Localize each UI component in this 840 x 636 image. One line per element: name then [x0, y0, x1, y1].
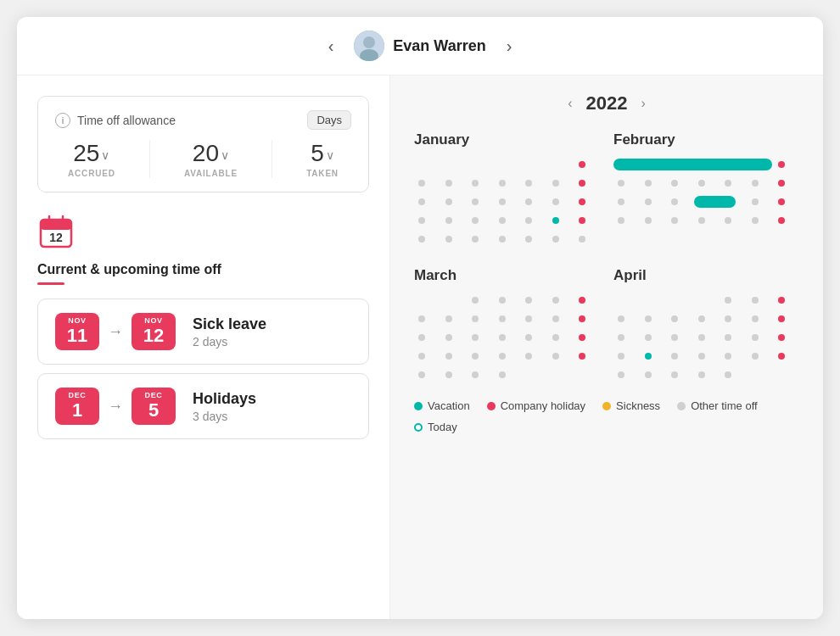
dot-cell — [748, 293, 763, 308]
dot-cell — [441, 367, 456, 382]
accrued-value: 25 ∨ — [68, 140, 115, 167]
dot-cell — [548, 293, 563, 308]
dot-cell — [495, 157, 510, 172]
next-user-button[interactable]: › — [500, 33, 519, 59]
dot-cell — [468, 213, 483, 228]
dot-cell — [495, 232, 510, 247]
dot-cell — [574, 330, 590, 345]
legend: Vacation Company holiday Sickness Other … — [414, 399, 799, 433]
dot-cell — [641, 213, 656, 228]
dot-cell — [667, 293, 682, 308]
right-panel: ‹ 2022 › JanuaryFebruaryMarchApril Vacat… — [390, 75, 823, 619]
timeoff-entries-list: NOV 11 → NOV 12 Sick leave 2 days DEC 1 … — [37, 298, 369, 439]
dot-cell — [667, 367, 682, 382]
dot-cell — [495, 293, 510, 308]
section-divider — [37, 282, 64, 285]
dot-cell — [613, 311, 629, 326]
dot-cell — [414, 293, 429, 308]
app-container: ‹ Evan Warren › i Time off allowance — [17, 17, 823, 619]
legend-item-2: Sickness — [602, 399, 660, 412]
month-block-0: January — [414, 131, 600, 247]
legend-label-0: Vacation — [428, 399, 470, 412]
dot-cell — [613, 213, 629, 228]
dot-grid-3 — [613, 293, 799, 382]
timeoff-info-1: Holidays 3 days — [193, 390, 256, 423]
from-day-1: 1 — [72, 401, 82, 420]
legend-dot-4 — [414, 423, 423, 432]
info-icon[interactable]: i — [55, 113, 70, 128]
dot-cell — [441, 293, 456, 308]
dot-cell — [667, 194, 682, 209]
dot-cell — [641, 176, 656, 191]
taken-value: 5 ∨ — [306, 140, 339, 167]
dot-cell — [521, 330, 536, 345]
dot-cell — [694, 311, 709, 326]
date-range-1: DEC 1 → DEC 5 — [55, 388, 176, 425]
dot-cell — [548, 176, 563, 191]
dot-cell — [613, 367, 629, 382]
dot-cell — [521, 349, 536, 364]
legend-item-1: Company holiday — [487, 399, 585, 412]
dot-cell — [720, 311, 736, 326]
date-range-0: NOV 11 → NOV 12 — [55, 313, 176, 350]
dot-cell — [613, 176, 629, 191]
dot-cell — [748, 349, 763, 364]
timeoff-entry-0: NOV 11 → NOV 12 Sick leave 2 days — [37, 298, 369, 365]
dot-cell — [641, 232, 656, 247]
next-year-button[interactable]: › — [641, 96, 645, 111]
dot-cell — [414, 157, 429, 172]
legend-dot-3 — [677, 402, 686, 410]
dot-cell — [748, 213, 763, 228]
date-arrow-0: → — [108, 323, 123, 341]
dot-cell — [495, 213, 510, 228]
dot-cell — [748, 330, 763, 345]
svg-rect-4 — [41, 220, 71, 230]
allowance-header: i Time off allowance Days — [55, 110, 351, 130]
year-label: 2022 — [586, 92, 628, 114]
prev-user-button[interactable]: ‹ — [322, 33, 341, 59]
svg-point-1 — [363, 36, 375, 48]
dot-cell — [468, 311, 483, 326]
dot-cell — [574, 232, 590, 247]
dot-cell — [574, 293, 590, 308]
month-block-3: April — [613, 267, 799, 382]
dot-cell — [574, 349, 590, 364]
dot-cell — [441, 330, 456, 345]
accrued-label: ACCRUED — [68, 169, 115, 178]
legend-dot-2 — [602, 402, 611, 410]
dot-cell — [667, 311, 682, 326]
dot-cell — [414, 367, 429, 382]
dot-cell — [774, 293, 789, 308]
dot-cell — [694, 367, 709, 382]
dot-cell — [495, 194, 510, 209]
dot-cell — [468, 176, 483, 191]
dot-cell — [414, 213, 429, 228]
dot-cell — [667, 213, 682, 228]
dot-cell — [720, 176, 736, 191]
calendar-icon-container: 12 — [37, 213, 369, 254]
legend-label-4: Today — [428, 421, 457, 433]
allowance-card: i Time off allowance Days 25 ∨ ACCRUED — [37, 96, 369, 192]
to-month-1: DEC — [145, 391, 163, 399]
month-block-1: February — [613, 131, 799, 247]
dot-cell — [414, 330, 429, 345]
dot-cell — [774, 213, 789, 228]
prev-year-button[interactable]: ‹ — [568, 96, 572, 111]
days-badge[interactable]: Days — [307, 110, 351, 130]
dot-cell — [774, 330, 789, 345]
dot-cell — [521, 176, 536, 191]
dot-cell — [521, 232, 536, 247]
dot-cell — [613, 232, 629, 247]
month-title-0: January — [414, 131, 600, 148]
dot-cell — [495, 367, 510, 382]
main-content: i Time off allowance Days 25 ∨ ACCRUED — [17, 75, 823, 619]
timeoff-entry-1: DEC 1 → DEC 5 Holidays 3 days — [37, 373, 369, 439]
legend-dot-1 — [487, 402, 496, 410]
dot-cell — [694, 213, 709, 228]
dot-cell — [414, 232, 429, 247]
dot-cell — [468, 194, 483, 209]
dot-cell — [414, 194, 429, 209]
dot-cell — [441, 232, 456, 247]
dot-cell — [641, 194, 656, 209]
dot-cell — [414, 176, 429, 191]
